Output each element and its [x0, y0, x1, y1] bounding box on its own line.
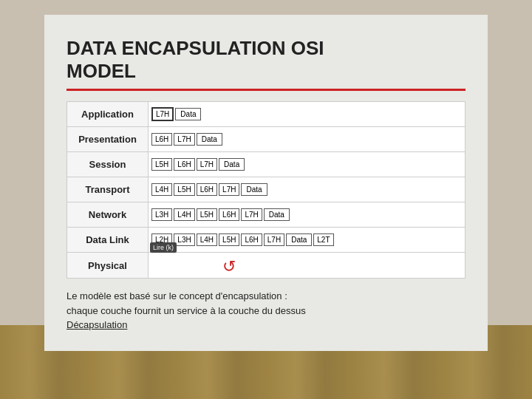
data-label-pres: Data — [197, 133, 222, 146]
data-label-trans: Data — [241, 183, 267, 196]
header-l6h-sess: L6H — [174, 158, 194, 171]
description-line1: Le modèle est basé sur le concept d'enca… — [66, 290, 287, 301]
header-l6h-net: L6H — [219, 208, 239, 221]
osi-diagram: Application Presentation Session Transpo… — [66, 101, 466, 279]
layer-transport: Transport — [67, 177, 148, 202]
header-l5h-trans: L5H — [174, 183, 194, 196]
slide-container: DATA ENCAPSULATION OSI MODEL Application… — [44, 15, 488, 351]
header-l3h-net: L3H — [151, 208, 172, 221]
layer-physical: Physical — [67, 253, 148, 278]
header-l7h-net: L7H — [241, 208, 262, 221]
header-l5h-net: L5H — [197, 208, 217, 221]
lire-badge: Lire (k) — [150, 242, 177, 253]
header-l7h-pres: L7H — [174, 133, 194, 146]
data-row-physical: Lire (k) ↺ — [149, 253, 465, 278]
red-arrow: ↺ — [222, 257, 236, 276]
header-l7h-trans: L7H — [219, 183, 239, 196]
osi-data-area: L7H Data L6H L7H Data L5H L6H L7H Data L… — [149, 102, 465, 278]
osi-layer-labels: Application Presentation Session Transpo… — [67, 102, 149, 278]
title-divider — [66, 89, 466, 91]
title-line1: DATA ENCAPSULATION OSI — [66, 37, 324, 59]
data-label-sess: Data — [219, 158, 245, 171]
description: Le modèle est basé sur le concept d'enca… — [66, 289, 466, 332]
data-row-session: L5H L6H L7H Data — [149, 152, 465, 177]
header-l7h-app: L7H — [151, 107, 174, 121]
data-row-datalink: L2H L3H L4H L5H L6H L7H Data L2T — [149, 228, 465, 253]
header-l4h-dl: L4H — [197, 233, 217, 246]
header-l6h-trans: L6H — [197, 183, 217, 196]
layer-session: Session — [67, 152, 148, 177]
header-l5h-dl: L5H — [219, 233, 239, 246]
header-l6h-dl: L6H — [241, 233, 262, 246]
header-l6h-pres: L6H — [151, 133, 172, 146]
layer-network: Network — [67, 202, 148, 228]
header-l2t-dl: L2T — [313, 233, 333, 246]
data-row-application: L7H Data — [149, 102, 465, 127]
data-row-transport: L4H L5H L6H L7H Data — [149, 177, 465, 202]
header-l5h-sess: L5H — [151, 158, 172, 171]
description-line2: chaque couche fournit un service à la co… — [66, 305, 306, 316]
slide-title: DATA ENCAPSULATION OSI MODEL — [66, 37, 466, 83]
header-l7h-dl: L7H — [264, 233, 284, 246]
decapsulation-link[interactable]: Décapsulation — [66, 319, 127, 330]
layer-datalink: Data Link — [67, 228, 148, 253]
data-label-dl: Data — [286, 233, 312, 246]
data-label-app: Data — [175, 108, 201, 120]
title-line2: MODEL — [66, 60, 136, 82]
header-l4h-trans: L4H — [151, 183, 172, 196]
header-l4h-net: L4H — [174, 208, 194, 221]
data-label-net: Data — [264, 208, 290, 221]
data-row-network: L3H L4H L5H L6H L7H Data — [149, 202, 465, 228]
data-row-presentation: L6H L7H Data — [149, 127, 465, 152]
layer-presentation: Presentation — [67, 127, 148, 152]
header-l3h-dl: L3H — [174, 233, 194, 246]
header-l7h-sess: L7H — [197, 158, 217, 171]
layer-application: Application — [67, 102, 148, 127]
